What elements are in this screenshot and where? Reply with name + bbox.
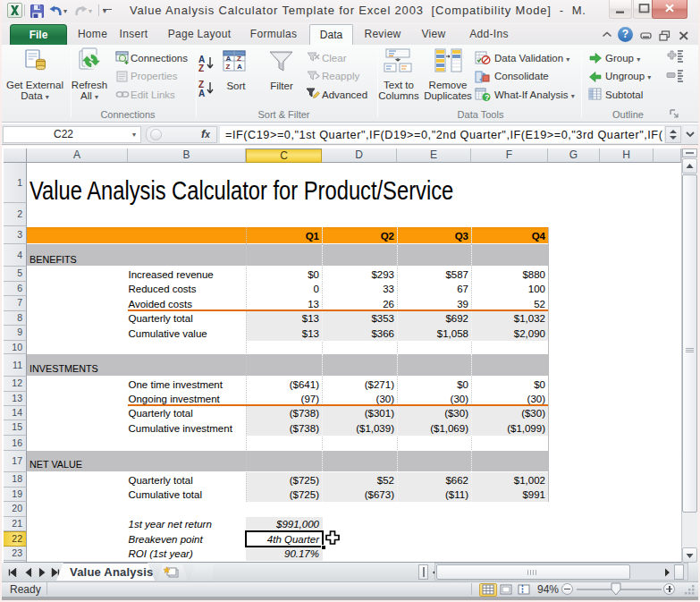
svg-text:A: A (226, 55, 232, 63)
svg-text:Z: Z (198, 64, 204, 72)
svg-text:Z: Z (226, 63, 231, 71)
svg-text:A: A (198, 89, 205, 98)
svg-text:A: A (237, 63, 242, 71)
svg-text:Z: Z (237, 55, 241, 63)
svg-text:?: ? (485, 93, 490, 102)
